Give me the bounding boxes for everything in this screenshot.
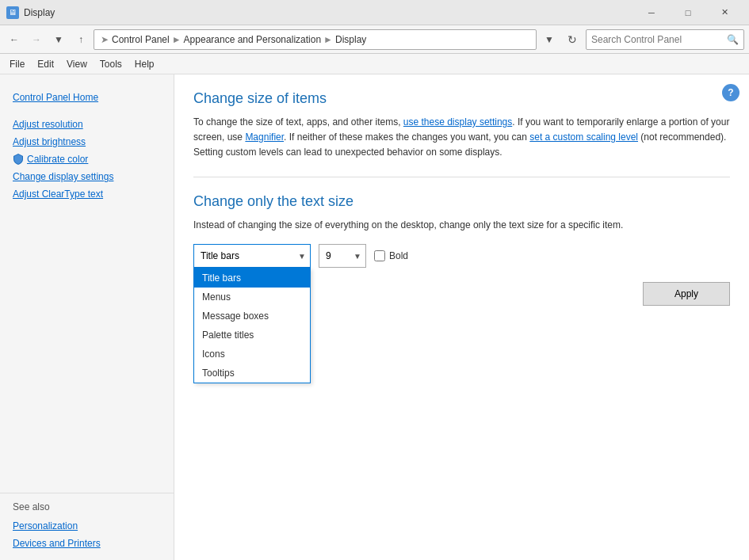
bold-text: Bold xyxy=(389,250,408,261)
see-also-section: See also Personalization Devices and Pri… xyxy=(0,493,174,560)
path-control-panel[interactable]: Control Panel xyxy=(112,34,170,45)
menu-tools[interactable]: Tools xyxy=(94,57,128,71)
window-controls: ─ □ ✕ xyxy=(633,0,743,25)
dropdown-option-icons[interactable]: Icons xyxy=(194,345,310,364)
path-arrow: ➤ xyxy=(101,34,109,45)
address-path[interactable]: ➤ Control Panel ► Appearance and Persona… xyxy=(94,29,537,50)
help-button[interactable]: ? xyxy=(722,84,739,101)
desc-text-3: . If neither of these makes the changes … xyxy=(284,131,529,143)
back-button[interactable]: ← xyxy=(5,30,24,49)
menu-view[interactable]: View xyxy=(60,57,94,71)
change-size-heading: Change size of items xyxy=(193,90,730,107)
sidebar: Control Panel Home Adjust resolution Adj… xyxy=(0,74,174,560)
sidebar-change-display-settings[interactable]: Change display settings xyxy=(0,168,174,185)
bold-label[interactable]: Bold xyxy=(374,250,408,261)
desc-text-1: To change the size of text, apps, and ot… xyxy=(193,116,403,128)
search-box[interactable]: 🔍 xyxy=(586,29,744,50)
sidebar-personalization[interactable]: Personalization xyxy=(13,517,161,535)
change-text-description: Instead of changing the size of everythi… xyxy=(193,218,730,233)
content-area: ? Change size of items To change the siz… xyxy=(174,74,749,560)
custom-scaling-link[interactable]: set a custom scaling level xyxy=(529,131,638,143)
search-input[interactable] xyxy=(591,34,724,45)
dropdown-option-menus[interactable]: Menus xyxy=(194,288,310,307)
minimize-button[interactable]: ─ xyxy=(633,0,670,25)
sidebar-adjust-brightness[interactable]: Adjust brightness xyxy=(0,133,174,150)
apply-button[interactable]: Apply xyxy=(643,282,730,306)
dropdown-option-titlebars[interactable]: Title bars xyxy=(194,269,310,288)
path-appearance[interactable]: Appearance and Personalization xyxy=(184,34,321,45)
maximize-button[interactable]: □ xyxy=(670,0,706,25)
sidebar-adjust-cleartype[interactable]: Adjust ClearType text xyxy=(0,185,174,203)
menu-help[interactable]: Help xyxy=(128,57,161,71)
menu-edit[interactable]: Edit xyxy=(31,57,60,71)
window-icon: 🖥 xyxy=(6,6,19,19)
path-display[interactable]: Display xyxy=(335,34,366,45)
item-dropdown-menu: Title bars Menus Message boxes Palette t… xyxy=(193,268,311,383)
main-layout: Control Panel Home Adjust resolution Adj… xyxy=(0,74,749,560)
menu-file[interactable]: File xyxy=(3,57,31,71)
magnifier-link[interactable]: Magnifier xyxy=(245,131,284,143)
dropdown-option-palettetitles[interactable]: Palette titles xyxy=(194,326,310,345)
forward-button[interactable]: → xyxy=(27,30,46,49)
refresh-button[interactable]: ↻ xyxy=(562,29,583,50)
sidebar-adjust-resolution[interactable]: Adjust resolution xyxy=(0,116,174,133)
shield-icon xyxy=(13,154,24,165)
sidebar-calibrate-color[interactable]: Calibrate color xyxy=(0,150,174,168)
sidebar-control-panel-home[interactable]: Control Panel Home xyxy=(0,82,174,106)
close-button[interactable]: ✕ xyxy=(706,0,743,25)
sidebar-devices-printers[interactable]: Devices and Printers xyxy=(13,535,161,552)
item-dropdown[interactable]: Title bars Menus Message boxes Palette t… xyxy=(193,244,311,268)
window-title: Display xyxy=(24,7,633,18)
menu-bar: File Edit View Tools Help xyxy=(0,54,749,74)
dropdown-arrow-button[interactable]: ▼ xyxy=(540,30,559,49)
see-also-title: See also xyxy=(13,501,161,512)
change-size-description: To change the size of text, apps, and ot… xyxy=(193,115,730,161)
dropdown-option-tooltips[interactable]: Tooltips xyxy=(194,364,310,383)
section-divider xyxy=(193,177,730,177)
size-dropdown-wrapper: 6 7 8 9 10 11 12 ▼ xyxy=(319,244,366,268)
change-text-heading: Change only the text size xyxy=(193,193,730,210)
bold-checkbox[interactable] xyxy=(374,250,385,261)
item-dropdown-wrapper: Title bars Menus Message boxes Palette t… xyxy=(193,244,311,268)
up-button[interactable]: ↑ xyxy=(71,30,90,49)
title-bar: 🖥 Display ─ □ ✕ xyxy=(0,0,749,25)
text-size-controls: Title bars Menus Message boxes Palette t… xyxy=(193,244,730,268)
dropdown-button[interactable]: ▼ xyxy=(49,30,68,49)
size-dropdown[interactable]: 6 7 8 9 10 11 12 xyxy=(319,244,366,268)
search-icon[interactable]: 🔍 xyxy=(727,34,739,45)
dropdown-option-messageboxes[interactable]: Message boxes xyxy=(194,307,310,326)
address-bar: ← → ▼ ↑ ➤ Control Panel ► Appearance and… xyxy=(0,25,749,54)
use-display-settings-link[interactable]: use these display settings xyxy=(403,116,512,128)
